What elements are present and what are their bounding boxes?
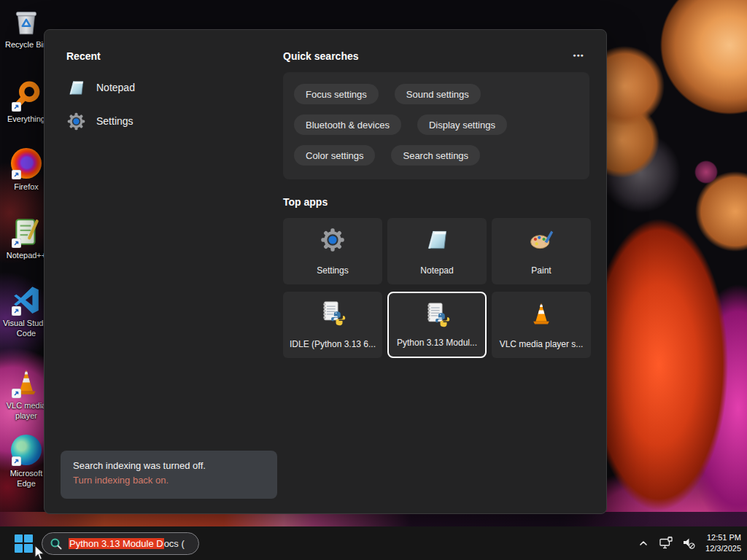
- everything-magnifier-icon: [11, 80, 42, 111]
- volume-mute-icon[interactable]: [681, 536, 696, 551]
- recent-item-settings[interactable]: Settings: [66, 107, 212, 135]
- vlc-cone-icon: [11, 367, 42, 397]
- mouse-cursor: [32, 545, 47, 560]
- settings-gear-icon: [66, 112, 86, 131]
- top-app-tile-label: VLC media player s...: [496, 339, 587, 349]
- top-app-tile-label: Paint: [496, 265, 587, 276]
- recycle-bin-icon: [11, 6, 42, 36]
- quick-search-pill-color-settings[interactable]: Color settings: [294, 145, 375, 166]
- shortcut-arrow-icon: [12, 101, 21, 111]
- top-app-tile-paint[interactable]: Paint: [492, 218, 591, 284]
- recent-item-label: Settings: [96, 115, 133, 127]
- notepad-icon: [424, 227, 450, 253]
- shortcut-arrow-icon: [12, 456, 21, 465]
- quick-search-pill-focus-settings[interactable]: Focus settings: [294, 84, 379, 104]
- recent-heading: Recent: [66, 50, 101, 62]
- shortcut-arrow-icon: [12, 306, 21, 315]
- system-tray: 12:51 PM 12/3/2025: [636, 526, 741, 560]
- paint-icon: [528, 227, 554, 253]
- clock-time: 12:51 PM: [705, 532, 741, 543]
- python-doc-icon: [424, 302, 450, 328]
- taskbar-clock[interactable]: 12:51 PM 12/3/2025: [705, 532, 741, 554]
- top-app-tile-vlc-skinned[interactable]: VLC media player s...: [492, 292, 591, 358]
- shortcut-arrow-icon: [12, 169, 21, 179]
- taskbar: Python 3.13 Module Docs ( 12:51 PM 12/3/…: [0, 526, 747, 560]
- taskbar-search-input[interactable]: Python 3.13 Module Docs (: [42, 532, 199, 555]
- python-doc-icon: [320, 300, 346, 327]
- windows-logo-icon: [15, 534, 33, 553]
- edge-icon: [11, 435, 42, 465]
- top-app-tile-notepad[interactable]: Notepad: [387, 218, 487, 284]
- chevron-up-icon[interactable]: [636, 536, 651, 551]
- vscode-icon: [11, 284, 42, 315]
- top-app-tile-label: Python 3.13 Modul...: [393, 338, 481, 348]
- desktop-wallpaper-band: [0, 512, 747, 526]
- shortcut-arrow-icon: [12, 388, 21, 397]
- search-query-text: Python 3.13 Module Docs (: [69, 538, 185, 549]
- shortcut-arrow-icon: [12, 238, 21, 247]
- settings-gear-icon: [320, 227, 346, 253]
- search-query-selected-text: Python 3.13 Module D: [69, 538, 164, 549]
- network-icon[interactable]: [659, 536, 673, 551]
- recent-item-label: Notepad: [96, 82, 135, 93]
- top-app-tile-settings[interactable]: Settings: [283, 218, 382, 284]
- top-app-tile-idle-python[interactable]: IDLE (Python 3.13 6...: [283, 292, 382, 358]
- top-app-tile-python-module-docs[interactable]: Python 3.13 Modul...: [387, 292, 487, 358]
- quick-search-pill-search-settings[interactable]: Search settings: [391, 145, 480, 166]
- search-flyout-panel: Recent Notepad: [44, 29, 607, 514]
- top-app-tile-label: Notepad: [392, 265, 482, 276]
- indexing-notice-link[interactable]: Turn indexing back on.: [73, 475, 265, 486]
- notepad-plus-plus-icon: [11, 217, 42, 247]
- firefox-icon: [11, 148, 42, 179]
- recent-item-notepad[interactable]: Notepad: [66, 74, 212, 101]
- top-app-tile-label: Settings: [287, 265, 378, 276]
- indexing-notice: Search indexing was turned off. Turn ind…: [61, 451, 277, 499]
- quick-searches-heading: Quick searches: [283, 50, 359, 62]
- clock-date: 12/3/2025: [705, 543, 741, 554]
- top-apps-heading: Top apps: [283, 196, 328, 208]
- top-apps-grid: Settings Notepad: [283, 218, 592, 358]
- search-query-rest-text: ocs (: [164, 538, 185, 549]
- top-app-tile-label: IDLE (Python 3.13 6...: [287, 339, 378, 349]
- search-icon: [50, 537, 63, 551]
- vlc-cone-icon: [528, 300, 554, 327]
- quick-search-pill-bluetooth-devices[interactable]: Bluetooth & devices: [294, 114, 401, 135]
- notepad-icon: [66, 78, 86, 98]
- indexing-notice-text: Search indexing was turned off.: [73, 460, 265, 471]
- quick-search-pill-display-settings[interactable]: Display settings: [417, 114, 507, 135]
- more-options-icon[interactable]: ●●●: [567, 47, 590, 63]
- quick-search-pill-sound-settings[interactable]: Sound settings: [395, 84, 481, 104]
- quick-searches-box: Focus settings Sound settings Bluetooth …: [283, 72, 589, 179]
